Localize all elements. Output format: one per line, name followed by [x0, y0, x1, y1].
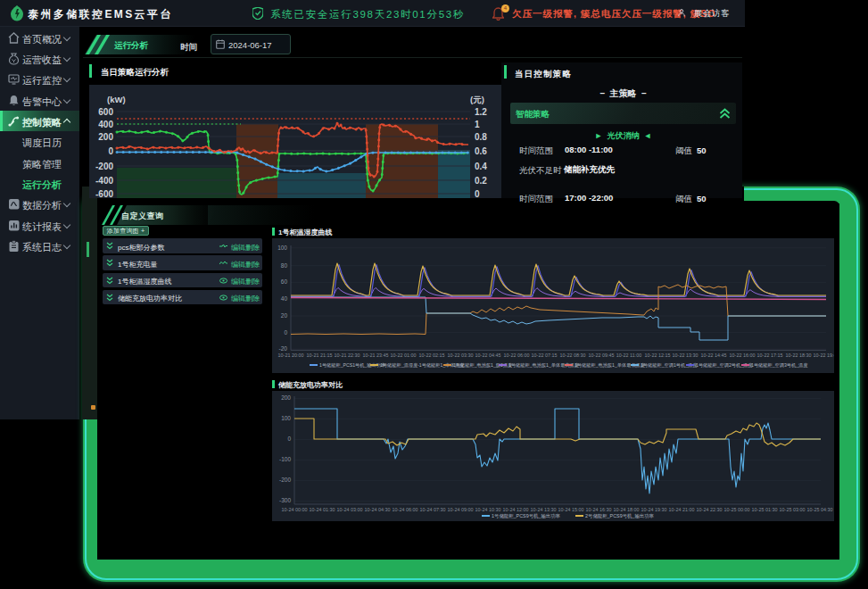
svg-text:-600: -600: [95, 189, 113, 199]
svg-text:10-22 01:00: 10-22 01:00: [391, 353, 417, 358]
svg-text:10-24 00:00: 10-24 00:00: [282, 507, 308, 512]
svg-text:10-22 08:30: 10-22 08:30: [560, 353, 586, 358]
svg-text:1号储能柜_PCS9号机_输出功率: 1号储能柜_PCS9号机_输出功率: [492, 513, 561, 519]
svg-text:2号储能柜_PCS9号机_输出功率: 2号储能柜_PCS9号机_输出功率: [585, 513, 655, 519]
svg-text:运行分析: 运行分析: [114, 40, 149, 50]
svg-text:0: 0: [108, 146, 113, 156]
svg-text:10-24 22:30: 10-24 22:30: [697, 507, 723, 512]
svg-text:10-24 21:00: 10-24 21:00: [669, 507, 695, 512]
svg-text:0: 0: [284, 329, 287, 336]
svg-text:10-22 13:30: 10-22 13:30: [673, 353, 699, 358]
svg-text:-200: -200: [279, 477, 291, 483]
svg-text:200: 200: [281, 394, 291, 401]
svg-text:-20: -20: [279, 345, 288, 352]
svg-text:10-22 09:45: 10-22 09:45: [589, 353, 615, 358]
svg-text:10-22 19:45: 10-22 19:45: [814, 353, 834, 358]
svg-text:10-22 16:00: 10-22 16:00: [730, 353, 756, 358]
svg-text:10-24 18:00: 10-24 18:00: [614, 507, 640, 512]
svg-text:0.2: 0.2: [475, 176, 487, 186]
svg-text:400: 400: [98, 120, 113, 129]
svg-text:10-22 04:45: 10-22 04:45: [475, 353, 501, 358]
svg-text:10-21 22:30: 10-21 22:30: [335, 353, 360, 358]
svg-text:0.4: 0.4: [475, 162, 487, 171]
svg-text:1.2: 1.2: [475, 107, 487, 117]
svg-text:10-24 16:30: 10-24 16:30: [586, 507, 612, 512]
svg-text:600: 600: [98, 107, 113, 117]
svg-text:-400: -400: [95, 176, 113, 186]
svg-text:0: 0: [287, 436, 291, 442]
svg-text:10-24 04:30: 10-24 04:30: [365, 507, 391, 512]
svg-text:10-22 12:15: 10-22 12:15: [645, 353, 671, 358]
svg-text:0.6: 0.6: [475, 146, 487, 156]
svg-text:200: 200: [98, 132, 113, 142]
svg-text:80: 80: [281, 262, 288, 269]
svg-text:自定义查询: 自定义查询: [121, 212, 164, 220]
svg-text:10-24 15:00: 10-24 15:00: [558, 507, 584, 512]
svg-text:0.8: 0.8: [475, 132, 487, 142]
svg-text:10-24 10:30: 10-24 10:30: [475, 507, 501, 512]
svg-text:10-21 21:15: 10-21 21:15: [307, 353, 333, 358]
svg-text:10-24 19:30: 10-24 19:30: [641, 507, 667, 512]
svg-text:1号储能柜_空调3号机_温度: 1号储能柜_空调3号机_温度: [751, 362, 808, 369]
svg-text:10-24 07:30: 10-24 07:30: [420, 507, 446, 512]
svg-text:10-22 03:30: 10-22 03:30: [448, 353, 474, 358]
svg-text:100: 100: [281, 415, 291, 421]
svg-text:10-21 20:00: 10-21 20:00: [278, 353, 304, 358]
svg-text:10-24 09:00: 10-24 09:00: [448, 507, 474, 512]
svg-text:10-22 06:00: 10-22 06:00: [504, 353, 530, 358]
svg-text:(元): (元): [470, 95, 484, 104]
svg-text:0: 0: [475, 189, 480, 199]
svg-text:60: 60: [281, 278, 288, 285]
svg-text:10-22 11:00: 10-22 11:00: [616, 353, 641, 358]
svg-text:-100: -100: [279, 456, 291, 462]
svg-text:10-25 00:00: 10-25 00:00: [724, 507, 750, 512]
svg-text:40: 40: [281, 295, 288, 302]
svg-text:10-22 02:15: 10-22 02:15: [419, 353, 445, 358]
svg-text:10-25 04:30: 10-25 04:30: [807, 507, 833, 512]
svg-text:10-24 01:30: 10-24 01:30: [310, 507, 335, 512]
svg-text:10-22 17:15: 10-22 17:15: [757, 353, 783, 358]
svg-text:10-22 18:30: 10-22 18:30: [786, 353, 812, 358]
svg-text:1: 1: [475, 120, 480, 129]
svg-text:10-24 06:00: 10-24 06:00: [393, 507, 418, 512]
svg-text:-200: -200: [95, 162, 113, 171]
svg-text:10-25 03:00: 10-25 03:00: [780, 507, 806, 512]
svg-text:10-24 03:00: 10-24 03:00: [337, 507, 363, 512]
svg-text:1号储能柜_温湿度-1号储能柜1_本体温度: 1号储能柜_温湿度-1号储能柜1_本体温度: [380, 362, 465, 369]
svg-text:10-25 01:30: 10-25 01:30: [752, 507, 778, 512]
svg-text:(kW): (kW): [107, 95, 126, 104]
svg-text:10-22 14:45: 10-22 14:45: [701, 353, 727, 358]
svg-text:100: 100: [277, 245, 287, 251]
svg-text:20: 20: [281, 312, 288, 319]
svg-text:-300: -300: [279, 497, 291, 503]
svg-text:10-24 12:00: 10-24 12:00: [503, 507, 529, 512]
svg-text:10-24 13:30: 10-24 13:30: [531, 507, 557, 512]
svg-text:10-22 07:15: 10-22 07:15: [532, 353, 558, 358]
svg-text:10-21 23:45: 10-21 23:45: [363, 353, 389, 358]
